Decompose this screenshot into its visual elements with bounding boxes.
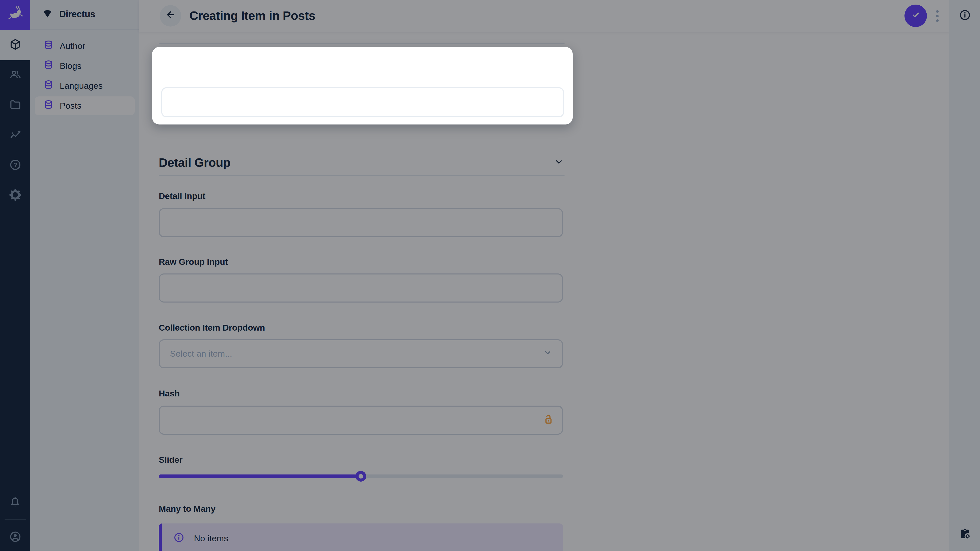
accordion-input-field[interactable] bbox=[161, 87, 564, 118]
accordion-raised-card: Accordion Input bbox=[152, 47, 573, 124]
directus-app: ? bbox=[0, 0, 980, 551]
accordion-text-input[interactable] bbox=[162, 88, 563, 116]
